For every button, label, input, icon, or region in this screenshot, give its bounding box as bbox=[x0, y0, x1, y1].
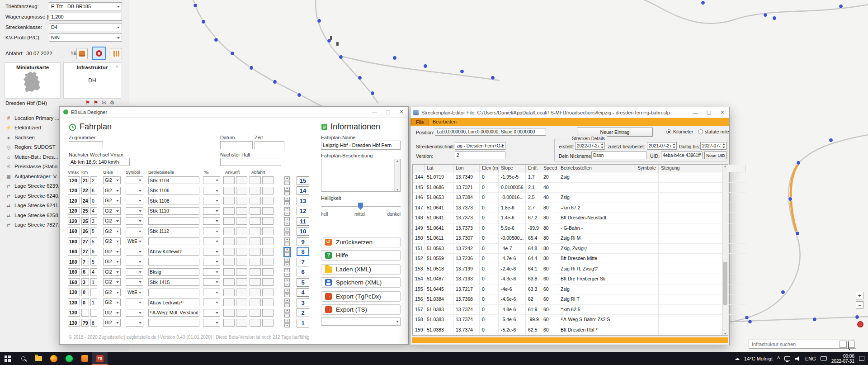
vmax-input[interactable] bbox=[68, 278, 80, 286]
triebfahrzeug-select[interactable]: E-Tfz - DB BR185 bbox=[49, 2, 122, 10]
zoom-out-button[interactable]: − bbox=[856, 301, 863, 309]
gleis-select[interactable]: Gl2 bbox=[103, 237, 121, 245]
maximize-icon[interactable]: ▢ bbox=[381, 107, 395, 118]
naechster-halt-input[interactable] bbox=[220, 158, 281, 166]
ankunft-hour-input[interactable] bbox=[223, 237, 235, 245]
add-row-button[interactable]: + bbox=[284, 248, 290, 252]
km-input[interactable] bbox=[81, 176, 89, 184]
add-row-button[interactable]: + bbox=[284, 228, 290, 232]
permille-select[interactable] bbox=[203, 217, 220, 225]
ebula-action-button[interactable]: Export (TS) bbox=[321, 304, 401, 315]
vmax-input[interactable] bbox=[68, 309, 80, 317]
vmax-input[interactable] bbox=[68, 207, 80, 215]
ankunft-minute-input[interactable] bbox=[236, 319, 247, 327]
symbol-select[interactable] bbox=[126, 217, 143, 225]
erstellt-input[interactable] bbox=[575, 142, 605, 150]
maximize-icon[interactable]: ▢ bbox=[702, 107, 716, 118]
zeit-input[interactable] bbox=[255, 141, 284, 149]
km-input[interactable] bbox=[81, 187, 89, 194]
remove-row-button[interactable]: − bbox=[284, 252, 290, 256]
ebula-action-button[interactable]: Zurücksetzen bbox=[321, 237, 401, 247]
abfahrt-minute-input[interactable] bbox=[262, 258, 274, 265]
page-button[interactable]: 11 bbox=[297, 217, 309, 226]
gleis-select[interactable]: Gl2 bbox=[103, 228, 121, 235]
select-area-button[interactable] bbox=[840, 341, 847, 348]
abfahrt-hour-input[interactable] bbox=[250, 299, 261, 306]
page-button[interactable]: 6 bbox=[297, 268, 309, 276]
symbol-select[interactable] bbox=[126, 278, 143, 286]
remove-row-button[interactable]: − bbox=[284, 313, 290, 318]
betriebsstelle-input[interactable] bbox=[148, 319, 199, 327]
streckenklasse-select[interactable]: D4 bbox=[49, 23, 122, 31]
ankunft-hour-input[interactable] bbox=[223, 268, 235, 276]
abfahrt-hour-input[interactable] bbox=[250, 278, 261, 286]
km-input[interactable] bbox=[81, 289, 89, 296]
ankunft-minute-input[interactable] bbox=[236, 207, 247, 215]
remove-row-button[interactable]: − bbox=[284, 181, 290, 185]
page-button[interactable]: 7 bbox=[297, 258, 309, 266]
bottom-select[interactable] bbox=[321, 318, 401, 326]
table-row[interactable]: 152 51.0559 13.7236 0 -4.7e-6 64.4 80 Bf… bbox=[413, 254, 722, 264]
vmax-input[interactable] bbox=[68, 217, 80, 225]
table-row[interactable]: 157 51.0383 13.7374 0 -4.8e-6 61.9 60 =k… bbox=[413, 305, 722, 315]
ankunft-hour-input[interactable] bbox=[223, 176, 235, 184]
vmax-input[interactable] bbox=[68, 197, 80, 204]
table-row[interactable]: 154 51.0487 13.7193 0 -4.3e-6 63.8 60 Bf… bbox=[413, 274, 722, 284]
km-decimal-input[interactable] bbox=[90, 299, 97, 306]
abfahrt-hour-input[interactable] bbox=[250, 309, 261, 317]
remove-row-button[interactable]: − bbox=[284, 303, 290, 307]
betriebsstelle-input[interactable] bbox=[148, 268, 199, 276]
symbol-select[interactable] bbox=[126, 268, 143, 276]
remove-row-button[interactable]: − bbox=[284, 222, 290, 226]
remove-row-button[interactable]: − bbox=[284, 212, 290, 216]
ankunft-hour-input[interactable] bbox=[223, 299, 235, 306]
textarea-scrollbar[interactable]: ▲▼ bbox=[394, 159, 400, 191]
save-timetable-button[interactable] bbox=[76, 48, 88, 59]
gleis-select[interactable]: Gl2 bbox=[103, 217, 121, 225]
flag-icon-2[interactable]: ⚑ bbox=[92, 99, 99, 106]
zuletzt-bearbeitet-input[interactable] bbox=[647, 142, 677, 150]
firefox-button[interactable] bbox=[46, 352, 61, 365]
km-input[interactable] bbox=[81, 217, 89, 225]
add-row-button[interactable]: + bbox=[284, 217, 290, 221]
add-row-button[interactable]: + bbox=[284, 187, 290, 191]
table-row[interactable]: 144 51.0719 13.7349 0 -1.95e-5 1.7 20 Zs… bbox=[413, 172, 722, 183]
km-decimal-input[interactable] bbox=[90, 258, 97, 265]
ankunft-minute-input[interactable] bbox=[236, 228, 247, 235]
remove-row-button[interactable]: − bbox=[284, 273, 290, 277]
minimize-icon[interactable]: — bbox=[689, 107, 702, 118]
ankunft-minute-input[interactable] bbox=[236, 176, 247, 184]
page-button[interactable]: 10 bbox=[297, 227, 309, 236]
betriebsstelle-input[interactable] bbox=[148, 237, 199, 245]
abfahrt-minute-input[interactable] bbox=[262, 248, 274, 256]
train-simulator-button[interactable]: TS bbox=[92, 352, 108, 365]
add-row-button[interactable]: + bbox=[284, 197, 290, 201]
betriebsstelle-input[interactable] bbox=[148, 309, 199, 317]
abfahrt-hour-input[interactable] bbox=[250, 289, 261, 296]
wagenzugmasse-input[interactable] bbox=[49, 13, 122, 21]
uid-input[interactable] bbox=[661, 152, 703, 159]
abfahrt-minute-input[interactable] bbox=[262, 207, 274, 215]
page-button[interactable]: 15 bbox=[297, 176, 309, 185]
km-input[interactable] bbox=[81, 299, 89, 306]
permille-select[interactable] bbox=[203, 176, 220, 184]
abfahrt-minute-input[interactable] bbox=[262, 299, 274, 306]
remove-row-button[interactable]: − bbox=[284, 283, 290, 287]
table-row[interactable]: 150 51.0611 13.7307 0 -0.00500... 65.4 8… bbox=[413, 233, 722, 244]
slider-thumb[interactable] bbox=[358, 203, 363, 210]
minimize-icon[interactable]: — bbox=[368, 107, 381, 118]
km-decimal-input[interactable] bbox=[90, 278, 97, 286]
vmax-input[interactable] bbox=[68, 187, 80, 194]
symbol-select[interactable] bbox=[126, 207, 143, 215]
symbol-select[interactable] bbox=[126, 228, 143, 235]
ankunft-hour-input[interactable] bbox=[223, 309, 235, 317]
scroll-up-icon[interactable]: ▲ bbox=[396, 159, 399, 162]
km-decimal-input[interactable] bbox=[90, 207, 97, 215]
gleis-select[interactable]: Gl2 bbox=[103, 258, 121, 265]
gleis-select[interactable]: Gl2 bbox=[103, 248, 121, 256]
abfahrt-hour-input[interactable] bbox=[250, 197, 261, 204]
permille-select[interactable] bbox=[203, 299, 220, 306]
table-row[interactable]: 146 51.0653 13.7384 0 -0.00016... 2.5 40… bbox=[413, 193, 722, 203]
ankunft-hour-input[interactable] bbox=[223, 217, 235, 225]
km-decimal-input[interactable] bbox=[90, 268, 97, 276]
